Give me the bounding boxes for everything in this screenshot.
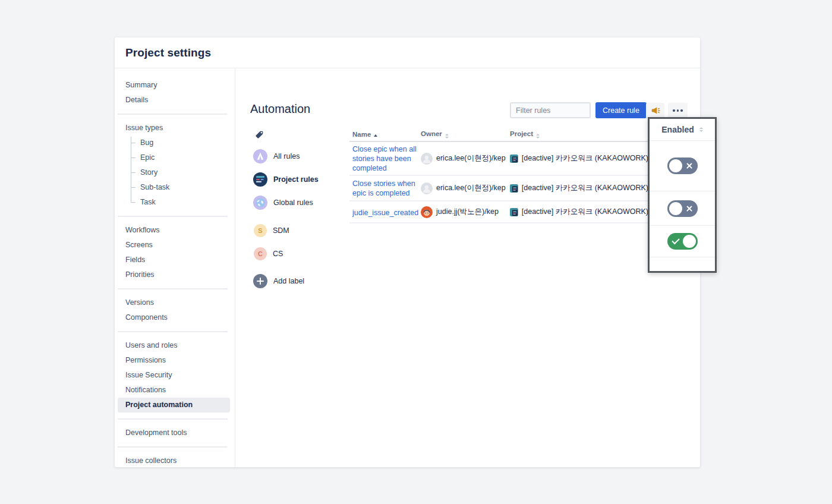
owner-avatar [421, 182, 433, 194]
sidebar-item-issue-collectors[interactable]: Issue collectors [115, 453, 235, 468]
label-text: SDM [273, 226, 289, 235]
column-header-owner[interactable]: Owner [421, 128, 510, 141]
sidebar-item-users-and-roles[interactable]: Users and roles [115, 338, 235, 353]
label-tag-sdm[interactable]: S SDM [253, 223, 289, 238]
enabled-cell [650, 141, 715, 191]
enabled-toggle[interactable] [667, 200, 698, 217]
label-text: CS [273, 250, 283, 258]
create-rule-button[interactable]: Create rule [595, 102, 647, 118]
owner-name: judie.jj(박노은)/kep [436, 207, 499, 217]
sidebar-item-versions[interactable]: Versions [115, 295, 235, 310]
more-actions-button[interactable] [668, 103, 688, 118]
table-row: judie_issue_created judie.jj(박노은)/kep [349, 201, 648, 223]
ellipsis-icon [673, 109, 683, 112]
all-rules-icon [253, 149, 267, 163]
sidebar-item-summary[interactable]: Summary [115, 78, 235, 93]
label-text: All rules [273, 152, 300, 160]
owner-name: erica.lee(이현정)/kep [436, 153, 506, 163]
check-icon [672, 237, 679, 244]
toggle-knob [669, 202, 682, 215]
label-text: Global rules [273, 199, 313, 207]
table-row: Close epic when all stories have been co… [349, 141, 648, 175]
enabled-cell [650, 191, 715, 226]
sidebar-item-bug[interactable]: Bug [131, 136, 235, 150]
table-row: Close stories when epic is completed eri… [349, 175, 648, 201]
column-header-project[interactable]: Project [510, 128, 648, 141]
window-header: Project settings [115, 37, 700, 68]
sidebar-divider [118, 288, 228, 289]
cs-label-icon: C [254, 247, 267, 260]
rule-name-link[interactable]: Close stories when epic is completed [352, 179, 419, 198]
sidebar-item-epic[interactable]: Epic [131, 150, 235, 165]
sort-toggle-icon [536, 134, 540, 138]
enabled-toggle[interactable] [667, 158, 698, 174]
sort-toggle-icon [699, 127, 703, 132]
enabled-column-header[interactable]: Enabled [650, 119, 715, 141]
label-text: Add label [273, 277, 304, 285]
owner-avatar [421, 153, 433, 165]
page-title: Project settings [125, 46, 211, 59]
sort-toggle-icon [445, 134, 449, 138]
automation-content: Automation Create rule [235, 68, 700, 467]
project-settings-window: Project settings Summary Details Issue t… [115, 37, 700, 467]
sdm-label-icon: S [254, 224, 267, 237]
x-icon [686, 205, 693, 212]
project-name: [deactive] 카카오워크 (KAKAOWORK) [522, 183, 648, 193]
issue-types-tree: Bug Epic Story Sub-task Task [131, 136, 235, 210]
project-avatar [510, 153, 518, 165]
sidebar-item-issue-types[interactable]: Issue types [115, 121, 235, 136]
announcement-button[interactable] [646, 103, 664, 118]
toggle-knob [683, 235, 696, 248]
column-header-name[interactable]: Name [349, 128, 421, 141]
plus-icon [253, 274, 267, 288]
sidebar: Summary Details Issue types Bug Epic Sto… [115, 68, 235, 467]
sort-ascending-icon [374, 134, 377, 137]
sidebar-item-screens[interactable]: Screens [115, 238, 235, 253]
sidebar-divider [118, 418, 228, 420]
enabled-column-highlight: Enabled [648, 117, 717, 273]
sidebar-divider [118, 114, 228, 115]
enabled-toggle[interactable] [667, 233, 698, 250]
sidebar-item-issue-security[interactable]: Issue Security [115, 368, 235, 383]
labels-panel: All rules Project rules [253, 128, 351, 301]
sidebar-divider [118, 216, 228, 217]
sidebar-divider [118, 446, 228, 448]
label-filter-global-rules[interactable]: Global rules [253, 196, 313, 210]
add-label-button[interactable]: Add label [253, 274, 304, 288]
sidebar-item-sub-task[interactable]: Sub-task [131, 180, 235, 195]
rule-name-link[interactable]: judie_issue_created [352, 208, 419, 218]
label-filter-project-rules[interactable]: Project rules [253, 172, 319, 187]
sidebar-item-components[interactable]: Components [115, 310, 235, 325]
sidebar-item-project-automation[interactable]: Project automation [118, 398, 230, 412]
sidebar-item-permissions[interactable]: Permissions [115, 353, 235, 368]
project-name: [deactive] 카카오워크 (KAKAOWORK) [522, 153, 648, 163]
page-heading: Automation [250, 102, 310, 116]
globe-icon [253, 196, 267, 210]
enabled-cell [650, 226, 715, 257]
project-name: [deactive] 카카오워크 (KAKAOWORK) [522, 207, 648, 217]
megaphone-icon [651, 106, 660, 115]
label-text: Project rules [273, 175, 319, 184]
project-rules-icon [253, 172, 267, 187]
rule-name-link[interactable]: Close epic when all stories have been co… [352, 144, 419, 173]
enabled-cell-empty [650, 257, 715, 271]
owner-name: erica.lee(이현정)/kep [436, 183, 506, 193]
project-avatar [510, 206, 518, 218]
sidebar-item-story[interactable]: Story [131, 165, 235, 180]
rules-table: Name Owner Project Close epic when all s… [349, 128, 648, 223]
table-header-row: Name Owner Project [349, 128, 648, 141]
label-filter-all-rules[interactable]: All rules [253, 149, 300, 163]
sidebar-item-notifications[interactable]: Notifications [115, 383, 235, 398]
sidebar-item-priorities[interactable]: Priorities [115, 267, 235, 282]
sidebar-item-workflows[interactable]: Workflows [115, 223, 235, 238]
label-tag-cs[interactable]: C CS [253, 247, 283, 261]
x-icon [686, 162, 693, 169]
owner-avatar [421, 206, 433, 218]
sidebar-item-development-tools[interactable]: Development tools [115, 426, 235, 440]
sidebar-item-fields[interactable]: Fields [115, 253, 235, 267]
toggle-knob [669, 159, 682, 172]
sidebar-item-details[interactable]: Details [115, 93, 235, 108]
filter-rules-input[interactable] [510, 102, 591, 118]
sidebar-item-task[interactable]: Task [131, 195, 235, 210]
sidebar-divider [118, 331, 228, 332]
